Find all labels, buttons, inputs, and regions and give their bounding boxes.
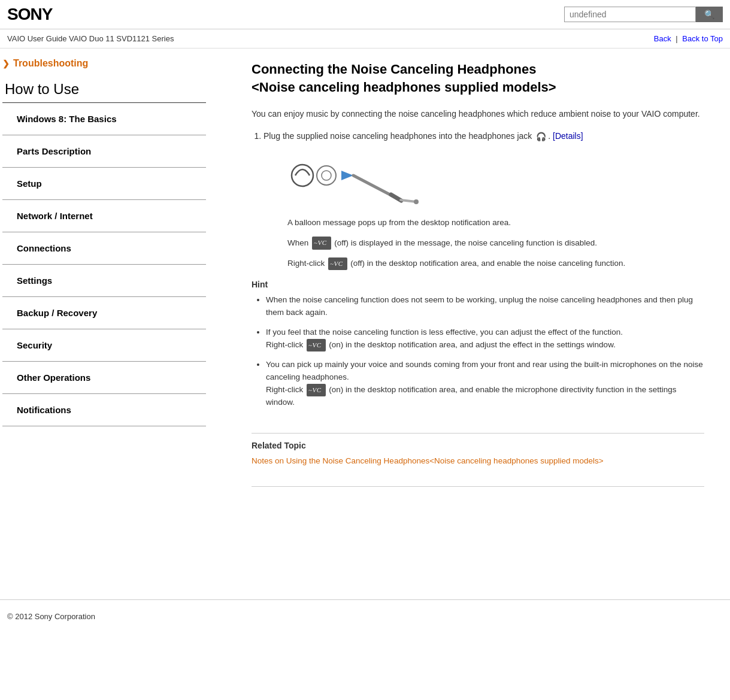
sidebar-item-parts[interactable]: Parts Description [2,135,206,168]
sidebar-item-security[interactable]: Security [2,329,206,362]
svg-point-2 [322,171,331,180]
search-button[interactable]: 🔍 [696,7,723,22]
related-topic-section: Related Topic Notes on Using the Noise C… [252,433,704,467]
nc-on-icon-1: ~VC [307,339,326,351]
back-link[interactable]: Back [654,34,671,43]
related-topic-label: Related Topic [252,441,704,450]
balloon-note-1: A balloon message pops up from the deskt… [287,216,704,229]
hint-item-1: When the noise canceling function does n… [266,294,704,319]
svg-line-4 [353,175,392,196]
hint-label: Hint [252,280,704,289]
related-topic-link[interactable]: Notes on Using the Noise Canceling Headp… [252,456,604,465]
back-to-top-link[interactable]: Back to Top [682,34,723,43]
header: SONY 🔍 [0,0,730,29]
bottom-divider [252,486,704,487]
svg-point-1 [317,166,336,185]
nav-bar: VAIO User Guide VAIO Duo 11 SVD1121 Seri… [0,29,730,49]
sony-logo: SONY [7,5,52,24]
details-link[interactable]: [Details] [553,131,583,141]
nc-off-icon-2: ~VC [328,257,347,271]
hint-item-3: You can pick up mainly your voice and so… [266,359,704,409]
step-list: Plug the supplied noise canceling headph… [263,130,704,270]
copyright-text: © 2012 Sony Corporation [7,612,95,621]
intro-text: You can enjoy music by connecting the no… [252,108,704,120]
nav-separator: | [676,34,677,43]
sidebar-item-settings[interactable]: Settings [2,265,206,297]
search-area: 🔍 [564,7,723,22]
nav-links: Back | Back to Top [654,34,723,43]
hint-section: Hint When the noise canceling function d… [252,280,704,409]
balloon-note-3: Right-click ~VC (off) in the desktop not… [287,257,704,270]
balloon-note-2: When ~VC (off) is displayed in the messa… [287,237,704,250]
sidebar-item-notifications[interactable]: Notifications [2,394,206,426]
sidebar-item-network[interactable]: Network / Internet [2,200,206,232]
content-area: Connecting the Noise Canceling Headphone… [228,49,719,587]
nc-off-icon-1: ~VC [312,237,331,250]
sidebar-item-other[interactable]: Other Operations [2,362,206,394]
hint-item-2: If you feel that the noise canceling fun… [266,326,704,351]
step-1-text: Plug the supplied noise canceling headph… [263,131,532,141]
sidebar-item-setup[interactable]: Setup [2,168,206,200]
main-layout: Troubleshooting How to Use Windows 8: Th… [0,49,730,587]
sidebar-item-windows8[interactable]: Windows 8: The Basics [2,103,206,135]
troubleshooting-link[interactable]: Troubleshooting [2,58,228,69]
headphone-jack-icon: 🎧 [536,132,546,141]
svg-point-7 [414,199,419,204]
search-input[interactable] [564,7,696,22]
footer: © 2012 Sony Corporation [0,599,730,631]
sidebar: Troubleshooting How to Use Windows 8: Th… [0,49,228,587]
hint-list: When the noise canceling function does n… [266,294,704,409]
svg-point-0 [292,165,313,186]
nc-on-icon-2: ~VC [307,384,326,396]
step-1: Plug the supplied noise canceling headph… [263,130,704,270]
breadcrumb: VAIO User Guide VAIO Duo 11 SVD1121 Seri… [7,34,174,43]
search-icon: 🔍 [704,10,714,19]
sidebar-item-connections[interactable]: Connections [2,232,206,265]
svg-marker-3 [341,171,353,180]
article-title: Connecting the Noise Canceling Headphone… [252,60,704,96]
headphone-plug-illustration [287,153,419,207]
headphone-image-area [287,153,704,207]
sidebar-item-backup[interactable]: Backup / Recovery [2,297,206,329]
how-to-use-heading: How to Use [2,81,228,98]
